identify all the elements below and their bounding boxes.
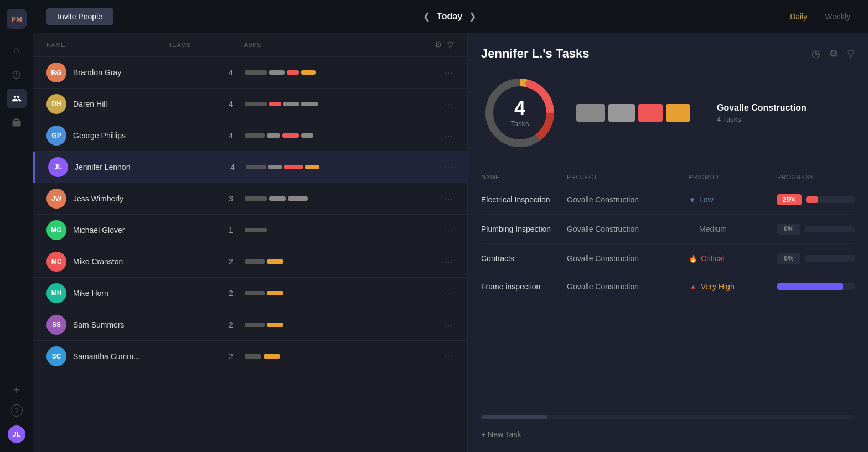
filter-icon[interactable]: ▽ [447, 40, 454, 50]
col-task-priority: PRIORITY [689, 174, 777, 180]
person-tasks-count: 4 [217, 131, 245, 140]
task-bar [245, 228, 267, 232]
priority-label: Medium [699, 225, 727, 233]
help-icon[interactable]: ? [11, 404, 23, 417]
col-header-teams: TEAMS [168, 41, 240, 48]
project-info: Govalle Construction 4 Tasks [717, 103, 807, 123]
task-row[interactable]: Contracts Govalle Construction 🔥 Critica… [481, 244, 855, 273]
person-menu-button[interactable]: ··· [444, 226, 454, 235]
person-tasks-count: 3 [217, 194, 245, 203]
person-menu-button[interactable]: ··· [444, 194, 454, 203]
sidebar-item-home[interactable]: ⌂ [7, 40, 27, 60]
add-icon[interactable]: + [7, 380, 27, 400]
task-row[interactable]: Electrical Inspection Govalle Constructi… [481, 185, 855, 215]
prev-date-button[interactable]: ❮ [423, 11, 430, 22]
task-bar [245, 102, 267, 106]
sidebar-item-briefcase[interactable] [7, 113, 27, 133]
person-name: Mike Horn [73, 289, 167, 298]
settings-icon[interactable]: ⚙ [435, 40, 442, 50]
person-avatar: JW [46, 189, 66, 209]
progress-pill: 0% [777, 253, 800, 264]
user-avatar[interactable]: JL [8, 425, 25, 443]
person-row[interactable]: MG Michael Glover 1 ··· [33, 215, 467, 246]
person-avatar: MH [46, 283, 66, 303]
person-avatar: MG [46, 220, 66, 240]
person-tasks-count: 2 [217, 352, 245, 361]
task-bar [264, 354, 280, 359]
task-bar [305, 165, 319, 169]
person-task-bars [245, 354, 444, 359]
task-bar [245, 259, 265, 264]
person-row[interactable]: SS Sam Summers 2 ··· [33, 309, 467, 341]
svg-text:BG: BG [51, 69, 62, 77]
panel-icons: ◷ ⚙ ▽ [812, 48, 855, 60]
person-tasks-count: 4 [219, 163, 246, 172]
person-menu-button[interactable]: ··· [444, 289, 454, 298]
task-panel-header: Jennifer L.'s Tasks ◷ ⚙ ▽ [481, 46, 855, 61]
task-row[interactable]: Plumbing Inspection Govalle Construction… [481, 215, 855, 244]
task-name: Plumbing Inspection [481, 225, 567, 233]
person-task-bars [245, 196, 444, 201]
settings-panel-icon[interactable]: ⚙ [829, 48, 838, 60]
next-date-button[interactable]: ❯ [469, 11, 476, 22]
person-row[interactable]: JL Jennifer Lennon 4 ··· [33, 152, 467, 183]
person-menu-button[interactable]: ··· [444, 163, 454, 172]
person-menu-button[interactable]: ··· [444, 131, 454, 140]
task-name: Frame inspection [481, 282, 567, 291]
person-row[interactable]: MC Mike Cranston 2 ··· [33, 246, 467, 278]
person-menu-button[interactable]: ··· [444, 100, 454, 108]
person-name: George Phillips [73, 131, 167, 140]
donut-number: 4 [510, 98, 529, 118]
person-task-bars [245, 323, 444, 327]
task-bar [268, 165, 282, 169]
person-avatar: SC [46, 346, 66, 366]
task-bar [245, 70, 267, 75]
person-name: Brandon Gray [73, 68, 167, 77]
new-task-button[interactable]: + New Task [481, 430, 855, 439]
person-row[interactable]: JW Jess Wimberly 3 ··· [33, 183, 467, 215]
task-bar [283, 102, 299, 106]
person-task-bars [245, 291, 444, 295]
task-bar [267, 291, 283, 295]
priority-icon: 🔥 [689, 254, 698, 263]
clock-icon[interactable]: ◷ [812, 48, 820, 60]
task-priority: — Medium [689, 225, 777, 233]
horizontal-scrollbar[interactable] [481, 415, 855, 419]
invite-people-button[interactable]: Invite People [46, 8, 113, 25]
task-bar [282, 133, 299, 138]
person-avatar: GP [46, 126, 66, 146]
person-avatar: SS [46, 315, 66, 335]
person-task-bars [246, 165, 444, 169]
person-tasks-count: 1 [217, 226, 245, 235]
summary-bars [576, 104, 690, 122]
daily-view-button[interactable]: Daily [786, 10, 812, 23]
donut-center: 4 Tasks [510, 98, 529, 128]
person-row[interactable]: GP George Phillips 4 ··· [33, 120, 467, 152]
task-bar [269, 70, 285, 75]
project-name: Govalle Construction [717, 103, 807, 113]
people-list: BG Brandon Gray 4 ··· DH Daren Hill 4 ··… [33, 57, 467, 452]
progress-pill: 25% [777, 194, 802, 205]
person-row[interactable]: DH Daren Hill 4 ··· [33, 89, 467, 120]
task-bar [246, 165, 266, 169]
task-project: Govalle Construction [567, 195, 689, 204]
person-menu-button[interactable]: ··· [444, 320, 454, 329]
person-row[interactable]: SC Samantha Cumm... 2 ··· [33, 341, 467, 372]
task-name: Contracts [481, 254, 567, 263]
filter-panel-icon[interactable]: ▽ [847, 48, 855, 60]
person-row[interactable]: BG Brandon Gray 4 ··· [33, 57, 467, 89]
donut-label: Tasks [510, 120, 529, 128]
person-avatar: JL [48, 157, 68, 177]
col-header-tasks: TASKS [240, 41, 285, 48]
progress-cell [777, 283, 855, 290]
person-menu-button[interactable]: ··· [444, 352, 454, 361]
priority-label: Critical [701, 254, 725, 263]
sidebar-item-people[interactable] [7, 89, 27, 108]
person-row[interactable]: MH Mike Horn 2 ··· [33, 278, 467, 309]
weekly-view-button[interactable]: Weekly [820, 10, 855, 23]
person-menu-button[interactable]: ··· [444, 257, 454, 266]
sidebar-item-history[interactable]: ◷ [7, 64, 27, 84]
person-menu-button[interactable]: ··· [444, 68, 454, 77]
task-row[interactable]: Frame inspection Govalle Construction 🔺 … [481, 273, 855, 300]
task-priority: ▼ Low [689, 195, 777, 204]
